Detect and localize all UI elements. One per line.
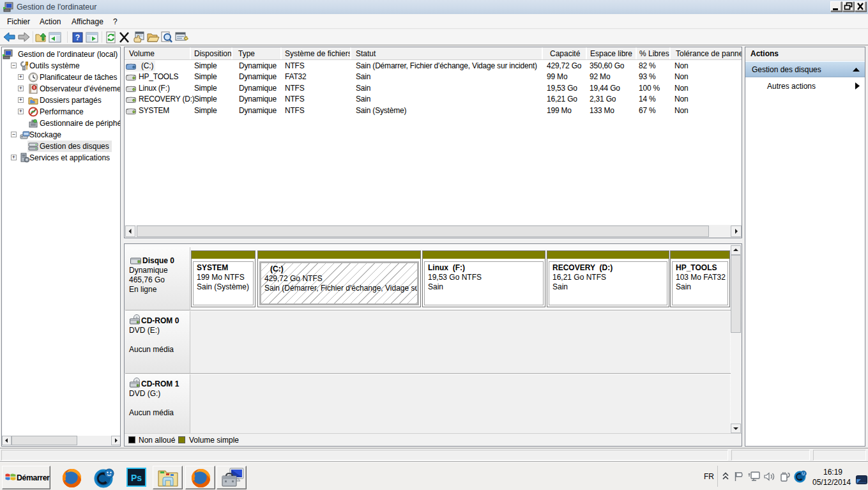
svg-text:?: ? [75, 33, 80, 42]
